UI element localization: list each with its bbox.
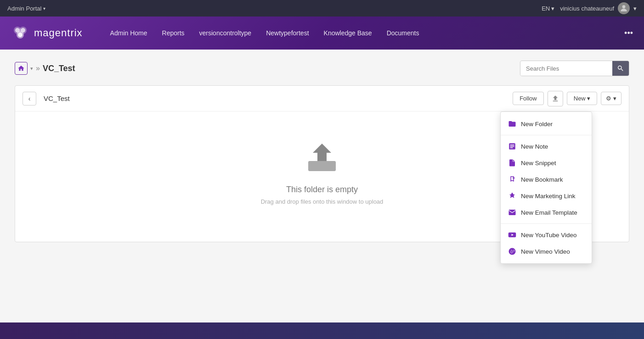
dropdown-divider-2 <box>501 223 592 224</box>
footer <box>0 322 644 339</box>
svg-rect-7 <box>308 161 336 171</box>
language-selector[interactable]: EN ▾ <box>542 5 554 12</box>
nav-documents[interactable]: Documents <box>387 29 419 37</box>
nav-links: Admin Home Reports versioncontroltype Ne… <box>110 28 633 38</box>
dropdown-item-new-note[interactable]: New Note <box>501 138 592 155</box>
search-icon <box>617 65 624 72</box>
folder-name-label: VC_Test <box>40 94 509 102</box>
nav-reports[interactable]: Reports <box>162 29 185 37</box>
youtube-svg-icon <box>508 231 516 239</box>
user-menu[interactable]: vinicius chateauneuf ▾ <box>560 2 637 14</box>
vimeo-svg-icon <box>508 247 516 256</box>
nav-versioncontroltype[interactable]: versioncontroltype <box>199 29 252 37</box>
new-button[interactable]: New ▾ <box>567 92 598 105</box>
nav-knowledge-base[interactable]: Knowledge Base <box>324 29 372 37</box>
home-breadcrumb-button[interactable] <box>15 62 28 75</box>
dropdown-item-new-email-template[interactable]: New Email Template <box>501 204 592 221</box>
new-marketing-link-label: New Marketing Link <box>521 193 576 200</box>
dropdown-item-new-snippet[interactable]: New Snippet <box>501 155 592 171</box>
user-caret: ▾ <box>633 5 637 12</box>
upload-button[interactable] <box>548 91 563 106</box>
folder-toolbar: ‹ VC_Test Follow New ▾ ⚙ ▾ <box>15 86 629 111</box>
navigation-bar: magentrix Admin Home Reports versioncont… <box>0 17 644 50</box>
upload-illustration-svg <box>304 139 340 176</box>
vimeo-icon <box>508 247 516 256</box>
folder-panel: ‹ VC_Test Follow New ▾ ⚙ ▾ <box>15 85 629 242</box>
svg-rect-10 <box>510 146 514 147</box>
new-vimeo-video-label: New Vimeo Video <box>521 248 570 255</box>
upload-icon <box>551 94 559 103</box>
main-content: ▾ » VC_Test ‹ VC_Test Follow <box>0 50 644 322</box>
follow-button[interactable]: Follow <box>513 92 544 105</box>
admin-portal-button[interactable]: Admin Portal ▾ <box>7 5 45 12</box>
settings-button[interactable]: ⚙ ▾ <box>601 92 621 105</box>
language-label: EN <box>542 5 550 12</box>
search-input[interactable] <box>520 61 612 76</box>
svg-point-6 <box>18 33 23 37</box>
upload-illustration <box>304 139 340 178</box>
svg-point-5 <box>21 28 25 33</box>
admin-bar: Admin Portal ▾ EN ▾ vinicius chateauneuf… <box>0 0 644 17</box>
search-button[interactable] <box>612 61 629 76</box>
new-label: New ▾ <box>574 95 591 102</box>
svg-rect-9 <box>510 144 514 145</box>
follow-label: Follow <box>520 95 537 102</box>
admin-portal-caret: ▾ <box>43 6 45 11</box>
svg-rect-14 <box>509 210 516 215</box>
folder-svg-icon <box>508 120 516 128</box>
email-svg-icon <box>508 208 516 217</box>
new-folder-label: New Folder <box>521 121 553 128</box>
svg-point-0 <box>622 5 626 8</box>
note-svg-icon <box>508 142 516 150</box>
dropdown-divider-1 <box>501 135 592 135</box>
breadcrumb-folder-label: VC_Test <box>43 64 75 73</box>
new-bookmark-label: New Bookmark <box>521 176 563 183</box>
gear-label: ⚙ ▾ <box>606 95 616 102</box>
folder-icon <box>508 120 516 128</box>
breadcrumb-separator: » <box>36 64 40 72</box>
logo[interactable]: magentrix <box>11 24 83 42</box>
new-dropdown-menu: New Folder New Note <box>500 111 592 264</box>
svg-point-17 <box>509 248 516 255</box>
breadcrumb-row: ▾ » VC_Test <box>15 61 629 76</box>
dropdown-item-new-bookmark[interactable]: New Bookmark <box>501 171 592 188</box>
home-icon <box>17 65 25 72</box>
logo-text: magentrix <box>34 27 83 39</box>
new-email-template-label: New Email Template <box>521 209 577 216</box>
empty-folder-subtitle: Drag and drop files onto this window to … <box>261 198 384 205</box>
new-note-label: New Note <box>521 143 548 150</box>
empty-folder-title: This folder is empty <box>286 185 358 195</box>
breadcrumb: ▾ » VC_Test <box>15 62 75 75</box>
user-name: vinicius chateauneuf <box>560 5 614 12</box>
snippet-icon <box>508 159 516 167</box>
snippet-svg-icon <box>508 159 516 167</box>
nav-admin-home[interactable]: Admin Home <box>110 29 147 37</box>
marketing-link-icon <box>508 192 516 200</box>
avatar <box>618 2 630 14</box>
youtube-icon <box>508 231 516 239</box>
new-youtube-video-label: New YouTube Video <box>521 232 577 239</box>
dropdown-item-new-youtube-video[interactable]: New YouTube Video <box>501 227 592 243</box>
lang-caret: ▾ <box>551 5 554 12</box>
back-button[interactable]: ‹ <box>23 92 36 106</box>
svg-rect-11 <box>510 147 513 148</box>
search-box <box>520 61 629 76</box>
bookmark-icon <box>508 175 516 183</box>
nav-newtypefortest[interactable]: Newtypefortest <box>266 29 309 37</box>
marketing-link-svg-icon <box>508 192 516 200</box>
bookmark-svg-icon <box>508 175 516 183</box>
breadcrumb-dropdown-arrow[interactable]: ▾ <box>30 66 33 72</box>
email-template-icon <box>508 208 516 217</box>
note-icon <box>508 142 516 150</box>
dropdown-item-new-folder[interactable]: New Folder <box>501 116 592 132</box>
dropdown-item-new-vimeo-video[interactable]: New Vimeo Video <box>501 243 592 260</box>
svg-point-4 <box>15 28 20 33</box>
logo-icon <box>11 24 29 42</box>
admin-portal-label: Admin Portal <box>7 5 41 12</box>
nav-more-button[interactable]: ••• <box>624 28 633 38</box>
new-snippet-label: New Snippet <box>521 160 556 167</box>
dropdown-item-new-marketing-link[interactable]: New Marketing Link <box>501 188 592 204</box>
